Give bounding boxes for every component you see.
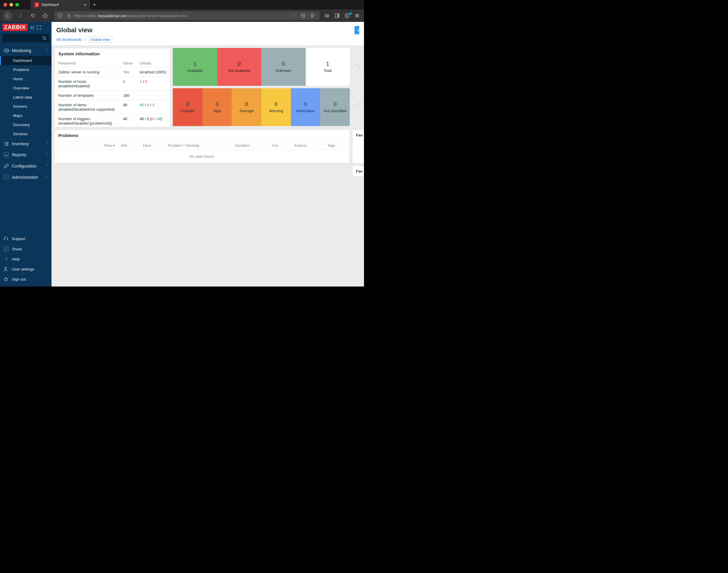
sidebar-search[interactable] bbox=[2, 34, 49, 42]
library-icon[interactable] bbox=[324, 13, 331, 18]
problems-col[interactable]: Host bbox=[140, 141, 165, 150]
shield-icon[interactable] bbox=[57, 13, 64, 18]
reader-icon[interactable] bbox=[334, 13, 341, 18]
chevron-down-icon: ˅ bbox=[46, 175, 48, 179]
browser-tab[interactable]: Z Dashboard × bbox=[31, 0, 90, 9]
widget-title: Fav bbox=[356, 133, 363, 137]
browser-toolbar: https://zabbix.heyvaldemar.net/zabbix.ph… bbox=[0, 9, 364, 22]
subnav-screens[interactable]: Screens bbox=[0, 102, 51, 111]
plus-square-icon: + bbox=[4, 175, 9, 180]
severity-tile[interactable]: 0Average bbox=[232, 88, 261, 126]
chevron-down-icon: ˅ bbox=[46, 164, 48, 168]
severity-tile[interactable]: 0Information bbox=[291, 88, 320, 126]
widget-favourites: Fav bbox=[352, 129, 364, 163]
subnav-latest-data[interactable]: Latest data bbox=[0, 93, 51, 102]
account-icon[interactable] bbox=[345, 13, 351, 18]
navhead-label: Monitoring bbox=[12, 48, 31, 53]
problems-col[interactable]: Time ▾ bbox=[55, 141, 118, 150]
page-actions-icon[interactable]: ⋯ bbox=[291, 14, 298, 18]
svg-point-6 bbox=[6, 50, 7, 52]
svg-rect-0 bbox=[68, 15, 70, 17]
svg-point-7 bbox=[5, 267, 6, 269]
reload-button[interactable] bbox=[29, 11, 37, 20]
host-tile[interactable]: 1Available bbox=[173, 48, 217, 86]
widget-problems: Problems Time ▾InfoHostProblem • Severit… bbox=[54, 129, 350, 163]
severity-tile[interactable]: 0Disaster bbox=[173, 88, 202, 126]
maximize-window-button[interactable] bbox=[15, 3, 19, 6]
host-tile[interactable]: 1Total bbox=[306, 48, 350, 86]
col-details: Details bbox=[136, 59, 170, 67]
headset-icon bbox=[4, 236, 9, 241]
nav-user-settings[interactable]: User settings bbox=[0, 264, 51, 274]
menu-icon[interactable] bbox=[355, 13, 361, 18]
widget-title: Problems bbox=[55, 130, 350, 141]
back-button[interactable] bbox=[3, 11, 12, 20]
navhead-inventory[interactable]: Inventory ˅ bbox=[0, 139, 51, 149]
crumb-all-dashboards[interactable]: All dashboards bbox=[56, 37, 82, 42]
nav-help[interactable]: ? Help bbox=[0, 254, 51, 264]
problems-col[interactable]: Info bbox=[118, 141, 140, 150]
subnav-hosts[interactable]: Hosts bbox=[0, 74, 51, 84]
lock-icon[interactable] bbox=[67, 14, 71, 18]
z-icon: Z bbox=[4, 246, 9, 252]
col-parameter: Parameter bbox=[55, 59, 119, 67]
widget-title: System information bbox=[55, 48, 170, 59]
wrench-icon bbox=[4, 163, 9, 169]
home-button[interactable] bbox=[41, 11, 50, 20]
subnav-dashboard[interactable]: Dashboard bbox=[0, 56, 51, 65]
problems-col[interactable]: Duration bbox=[232, 141, 269, 150]
edit-dashboard-button[interactable]: E bbox=[355, 26, 359, 34]
breadcrumb: All dashboards / Global view bbox=[51, 37, 364, 46]
host-tile[interactable]: 0Not available bbox=[217, 48, 262, 86]
sidebar: ZABBIX Monitoring ˄ bbox=[0, 22, 51, 286]
sysinfo-row: Zabbix server is runningYeslocalhost:100… bbox=[55, 67, 170, 77]
collapse-sidebar-icon[interactable] bbox=[30, 25, 35, 30]
main-content: Global view E All dashboards / Global vi… bbox=[51, 22, 364, 286]
subnav-maps[interactable]: Maps bbox=[0, 111, 51, 120]
navhead-administration[interactable]: + Administration ˅ bbox=[0, 172, 51, 183]
brand-logo[interactable]: ZABBIX bbox=[2, 24, 28, 31]
page-title: Global view bbox=[56, 27, 92, 34]
subnav-services[interactable]: Services bbox=[0, 129, 51, 139]
widget-status-column: 1Available0Not available0Unknown1Total 0… bbox=[173, 48, 350, 127]
sysinfo-row: Number of triggers (enabled/disabled [pr… bbox=[55, 114, 170, 127]
page-header: Global view E bbox=[51, 22, 364, 37]
crumb-current[interactable]: Global view bbox=[89, 37, 112, 43]
forward-button[interactable] bbox=[16, 11, 25, 20]
bar-chart-icon bbox=[4, 152, 9, 157]
nav-share[interactable]: Z Share bbox=[0, 244, 51, 254]
problems-col[interactable]: Problem • Severity bbox=[165, 141, 232, 150]
traffic-lights bbox=[4, 3, 19, 6]
nav-sign-out[interactable]: Sign out bbox=[0, 274, 51, 284]
sidebar-bottom: Support Z Share ? Help User settings S bbox=[0, 233, 51, 286]
widget-favourites-2: Fav bbox=[352, 166, 364, 177]
severity-tile[interactable]: 0High bbox=[202, 88, 232, 126]
severity-tile[interactable]: 0Warning bbox=[261, 88, 291, 126]
subnav-overview[interactable]: Overview bbox=[0, 84, 51, 93]
problems-col[interactable]: Ack bbox=[269, 141, 291, 150]
chevron-down-icon: ˅ bbox=[46, 153, 48, 157]
url-bar[interactable]: https://zabbix.heyvaldemar.net/zabbix.ph… bbox=[54, 11, 320, 20]
navhead-reports[interactable]: Reports ˅ bbox=[0, 149, 51, 160]
subnav-discovery[interactable]: Discovery bbox=[0, 120, 51, 129]
close-window-button[interactable] bbox=[4, 3, 7, 6]
nav-support[interactable]: Support bbox=[0, 233, 51, 244]
subnav-problems[interactable]: Problems bbox=[0, 65, 51, 74]
problems-col[interactable]: Actions bbox=[291, 141, 324, 150]
tab-close-icon[interactable]: × bbox=[84, 2, 87, 7]
severity-tile[interactable]: 0Not classified bbox=[320, 88, 350, 126]
fullscreen-icon[interactable] bbox=[37, 25, 41, 30]
host-availability-tiles: 1Available0Not available0Unknown1Total bbox=[173, 48, 350, 86]
eye-icon bbox=[4, 49, 9, 53]
minimize-window-button[interactable] bbox=[9, 3, 13, 6]
navhead-configuration[interactable]: Configuration ˅ bbox=[0, 160, 51, 172]
host-tile[interactable]: 0Unknown bbox=[261, 48, 306, 86]
navhead-monitoring[interactable]: Monitoring ˄ bbox=[0, 45, 51, 56]
new-tab-button[interactable]: + bbox=[93, 2, 96, 8]
pocket-icon[interactable] bbox=[301, 13, 307, 18]
clock-face bbox=[352, 60, 364, 110]
problems-col[interactable]: Tags bbox=[324, 141, 350, 150]
svg-point-4 bbox=[347, 14, 348, 16]
problems-nodata: No data found. bbox=[55, 150, 350, 163]
bookmark-star-icon[interactable] bbox=[310, 13, 317, 18]
